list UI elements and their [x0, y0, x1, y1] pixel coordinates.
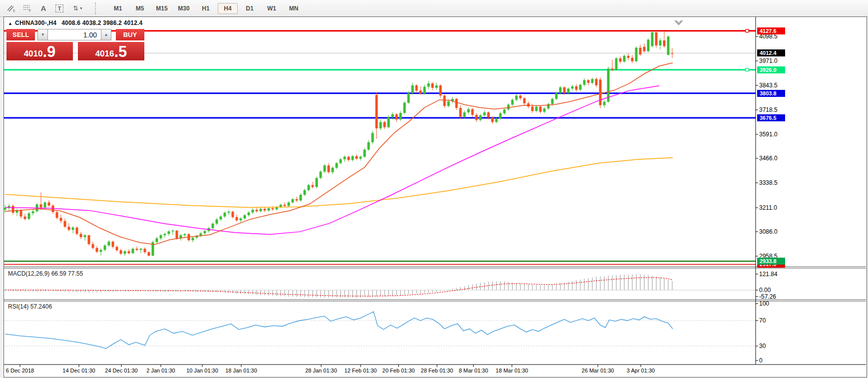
chart-title: ▲CHINA300-,H44008.6 4038.2 3986.2 4012.4	[8, 19, 142, 26]
time-tick-label: 8 Mar 01:30	[459, 368, 488, 374]
price-tick-label: 3086.0	[759, 228, 778, 235]
rsi-tick-label: 0	[759, 357, 763, 364]
rsi-line	[5, 312, 673, 349]
rsi-tick-label: 70	[759, 317, 766, 324]
price-level-badge: 4127.6	[757, 27, 785, 34]
time-tick-label: 20 Feb 01:30	[383, 368, 415, 374]
macd-indicator-label: MACD(12,26,9) 66.59 77.55	[8, 270, 83, 277]
horizontal-level-lines	[4, 29, 756, 265]
ma-mid	[5, 86, 659, 235]
time-tick-label: 28 Jan 01:30	[305, 368, 337, 374]
time-tick-label: 14 Dec 01:30	[62, 368, 95, 374]
collapse-arrow-icon[interactable]: ▲	[8, 21, 12, 26]
sell-price-box[interactable]: 4010.9	[6, 42, 73, 60]
time-tick-label: 6 Dec 2018	[6, 368, 34, 374]
rsi-indicator-label: RSI(14) 57.2406	[8, 303, 52, 310]
price-level-badge: 3803.8	[757, 90, 785, 97]
ohlc-values: 4008.6 4038.2 3986.2 4012.4	[61, 19, 142, 26]
time-tick-label: 10 Jan 01:30	[186, 368, 218, 374]
time-tick-label: 18 Mar 01:30	[496, 368, 528, 374]
price-level-badge: 4012.4	[757, 49, 785, 56]
time-tick-label: 24 Dec 01:30	[105, 368, 137, 374]
price-tick-label: 3843.5	[759, 82, 778, 89]
macd-pane	[4, 274, 756, 298]
price-level-badge: 3926.0	[757, 66, 785, 73]
sell-button[interactable]: SELL	[6, 29, 35, 40]
signal-marker	[674, 20, 683, 25]
time-tick-label: 3 Apr 01:30	[627, 368, 655, 374]
time-tick-label: 26 Mar 01:30	[582, 368, 614, 374]
price-level-badge: 2933.8	[757, 258, 785, 265]
volume-input[interactable]	[48, 29, 101, 40]
rsi-tick-label: 100	[759, 300, 769, 307]
price-tick-label: 3591.0	[759, 131, 778, 138]
buy-price-box[interactable]: 4016.5	[78, 42, 144, 60]
time-tick-label: 2 Jan 01:30	[146, 368, 175, 374]
sell-signal-arrow-icon	[674, 20, 683, 25]
time-tick-label: 28 Feb 01:30	[421, 368, 453, 374]
time-tick-label: 18 Jan 01:30	[225, 368, 257, 374]
one-click-trade-panel: SELL ▼ ▲ BUY 4010.9 4016.5	[6, 29, 144, 60]
rsi-pane	[4, 312, 756, 349]
price-tick-label: 3211.0	[759, 204, 777, 211]
symbol-period-label: CHINA300-,H4	[15, 19, 56, 26]
macd-tick-label: 0.00	[759, 287, 771, 294]
time-tick-label: 12 Feb 01:30	[345, 368, 377, 374]
volume-increase-button[interactable]: ▲	[101, 29, 111, 40]
mt4-chart-screen: E F A T ⇅ ▼ M1M5M15M3	[0, 0, 868, 378]
buy-button[interactable]: BUY	[116, 29, 144, 40]
price-tick-label: 3338.5	[759, 179, 778, 186]
price-tick-label: 3718.5	[759, 106, 778, 113]
price-tick-label: 3466.0	[759, 155, 778, 162]
volume-decrease-button[interactable]: ▼	[37, 29, 48, 40]
price-tick-label: 3971.0	[759, 57, 778, 64]
rsi-tick-label: 30	[759, 343, 766, 350]
macd-tick-label: -57.26	[759, 293, 776, 300]
candlestick-series	[4, 31, 674, 257]
ma-slow	[5, 158, 673, 208]
price-level-badge: 3676.5	[757, 114, 785, 121]
macd-tick-label: 121.84	[759, 271, 778, 278]
